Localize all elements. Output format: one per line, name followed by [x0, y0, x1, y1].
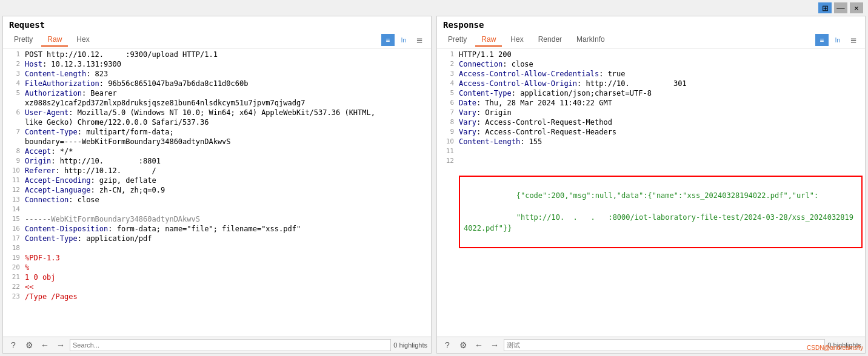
table-row: 16 Content-Disposition: form-data; name=… [3, 224, 431, 234]
response-highlights-label: 0 highlights [827, 341, 861, 349]
request-settings-btn[interactable]: ⚙ [22, 339, 36, 351]
response-title: Response [437, 16, 865, 32]
table-row: 4 FileAuthorization: 96b56c8651047ba9a7b… [3, 79, 431, 88]
response-panel: Response Pretty Raw Hex Render MarkInfo … [436, 16, 866, 354]
table-row: 7 Vary: Origin [437, 108, 865, 117]
table-row: 7 Content-Type: multipart/form-data; [3, 127, 431, 137]
table-row: 19 %PDF-1.3 [3, 253, 431, 263]
table-row: 5 Authorization: Bearer [3, 88, 431, 98]
table-row: like Gecko) Chrome/122.0.0.0 Safari/537.… [3, 117, 431, 127]
table-row: 8 Vary: Access-Control-Request-Method [437, 117, 865, 127]
request-panel: Request Pretty Raw Hex ≡ ln ≡ 1 POST htt… [2, 16, 432, 354]
response-icon-menu[interactable]: ≡ [847, 34, 860, 46]
table-row: 3 Access-Control-Allow-Credentials: true [437, 69, 865, 79]
tab-request-raw[interactable]: Raw [41, 33, 68, 47]
table-row: 9 Vary: Access-Control-Request-Headers [437, 127, 865, 137]
table-row: 8 Accept: */* [3, 147, 431, 156]
table-row: 10 Content-Length: 155 [437, 137, 865, 147]
response-help-btn[interactable]: ? [441, 339, 454, 351]
table-row: xz088s2y1caf2pd372mlxp8druksjqsze81bun64… [3, 98, 431, 108]
main-panels: Request Pretty Raw Hex ≡ ln ≡ 1 POST htt… [0, 16, 868, 356]
response-icon-doc[interactable]: ≡ [815, 34, 829, 46]
table-row: 9 Origin: http://10. :8801 [3, 156, 431, 166]
table-row: 6 User-Agent: Mozilla/5.0 (Windows NT 10… [3, 108, 431, 117]
table-row: 14 [3, 205, 431, 214]
response-search-input[interactable] [504, 339, 825, 351]
layout-btn-active[interactable]: ⊞ [818, 2, 832, 13]
table-row: 13 Connection: close [3, 195, 431, 205]
response-back-btn[interactable]: ← [472, 339, 486, 351]
table-row: 23 /Type /Pages [3, 292, 431, 302]
table-row: 17 Content-Type: application/pdf [3, 234, 431, 243]
table-row: 15 ------WebKitFormBoundary34860adtynDAk… [3, 214, 431, 224]
table-row: boundary=----WebKitFormBoundary34860adty… [3, 137, 431, 147]
request-icon-doc[interactable]: ≡ [381, 34, 395, 46]
tab-request-pretty[interactable]: Pretty [8, 33, 39, 47]
table-row: 1 POST http://10.12. :9300/upload HTTP/1… [3, 50, 431, 59]
table-row: 2 Connection: close [437, 59, 865, 69]
request-highlights-label: 0 highlights [393, 341, 427, 349]
request-search-input[interactable] [70, 339, 391, 351]
tab-response-pretty[interactable]: Pretty [442, 33, 473, 47]
response-icon-ln[interactable]: ln [831, 34, 844, 46]
table-row: 11 Accept-Encoding: gzip, deflate [3, 176, 431, 185]
layout-btn-2[interactable]: — [834, 2, 847, 13]
tab-request-hex[interactable]: Hex [70, 33, 95, 47]
table-row: 5 Content-Type: application/json;charset… [437, 88, 865, 98]
response-bottom-bar: ? ⚙ ← → 0 highlights [437, 337, 865, 353]
table-row: 4 Access-Control-Allow-Origin: http://10… [437, 79, 865, 88]
table-row: 18 [3, 243, 431, 253]
table-row: 1 HTTP/1.1 200 [437, 50, 865, 59]
table-row: 20 % [3, 263, 431, 272]
table-row: 11 [437, 147, 865, 156]
table-row: 2 Host: 10.12.3.131:9300 [3, 59, 431, 69]
table-row: 22 << [3, 282, 431, 292]
request-icon-ln[interactable]: ln [397, 34, 410, 46]
tab-response-markinfo[interactable]: MarkInfo [570, 33, 611, 47]
request-title: Request [3, 16, 431, 32]
tab-response-raw[interactable]: Raw [475, 33, 502, 47]
request-help-btn[interactable]: ? [7, 339, 20, 351]
table-row: 3 Content-Length: 823 [3, 69, 431, 79]
request-bottom-bar: ? ⚙ ← → 0 highlights [3, 337, 431, 353]
table-row: 6 Date: Thu, 28 Mar 2024 11:40:22 GMT [437, 98, 865, 108]
request-back-btn[interactable]: ← [38, 339, 52, 351]
request-content: 1 POST http://10.12. :9300/upload HTTP/1… [3, 48, 431, 337]
top-bar: ⊞ — × [0, 0, 868, 16]
response-content: 1 HTTP/1.1 200 2 Connection: close 3 Acc… [437, 48, 865, 337]
tab-response-hex[interactable]: Hex [504, 33, 529, 47]
table-row: 12 Accept-Language: zh-CN, zh;q=0.9 [3, 185, 431, 195]
response-settings-btn[interactable]: ⚙ [456, 339, 470, 351]
request-forward-btn[interactable]: → [54, 339, 67, 351]
response-tab-bar: Pretty Raw Hex Render MarkInfo ≡ ln ≡ [437, 32, 865, 48]
tab-response-render[interactable]: Render [532, 33, 568, 47]
table-row: 10 Referer: http://10.12. / [3, 166, 431, 176]
request-tab-bar: Pretty Raw Hex ≡ ln ≡ [3, 32, 431, 48]
json-response-row: 12 {"code":200,"msg":null,"data":{"name"… [437, 156, 865, 268]
response-forward-btn[interactable]: → [488, 339, 501, 351]
table-row: 21 1 0 obj [3, 272, 431, 282]
request-icon-menu[interactable]: ≡ [413, 34, 426, 46]
layout-btn-3[interactable]: × [850, 2, 863, 13]
